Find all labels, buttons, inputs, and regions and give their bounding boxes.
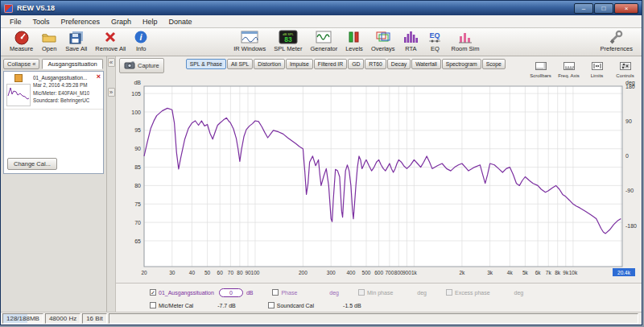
phase-checkbox[interactable] (272, 289, 279, 296)
svg-text:3k: 3k (487, 270, 493, 275)
save-all-button[interactable]: Save All (61, 29, 91, 52)
bit-depth-status: 16 Bit (82, 313, 106, 324)
soundcard-cal-value: -1.5 dB (343, 303, 361, 308)
camera-icon (124, 60, 135, 71)
delete-measurement-icon[interactable]: × (97, 73, 101, 81)
maximize-button[interactable]: □ (594, 3, 613, 14)
open-button[interactable]: Open (37, 29, 61, 52)
preferences-button[interactable]: Preferences (597, 29, 637, 52)
save-disk-icon (68, 29, 85, 45)
overlays-icon (375, 29, 391, 45)
room-sim-button[interactable]: Room Sim (447, 29, 483, 52)
trace-offset-input[interactable]: 0 (219, 288, 243, 297)
levels-button[interactable]: Levels (341, 29, 367, 52)
svg-text:80: 80 (134, 183, 141, 188)
measurement-date: Mar 2, 2016 4:35:28 PM (33, 81, 89, 89)
menu-help[interactable]: Help (137, 17, 163, 27)
spl-phase-plot[interactable]: 6570758085909510010520304050607080901002… (117, 78, 642, 279)
soundcard-cal-checkbox[interactable] (268, 302, 275, 308)
svg-text:600: 600 (374, 270, 383, 275)
svg-text:105: 105 (131, 91, 141, 97)
spl-meter-button[interactable]: dB SPL83 SPL Meter (270, 29, 306, 52)
measurement-item[interactable]: 01_Ausgangssituation... Mar 2, 2016 4:35… (4, 72, 103, 110)
svg-text:-180: -180 (625, 223, 637, 229)
svg-text:90: 90 (134, 146, 141, 151)
splitter-expand-icon[interactable]: » (108, 88, 115, 97)
tab-waterfall[interactable]: Waterfall (411, 59, 441, 69)
menu-tools[interactable]: Tools (27, 17, 56, 27)
titlebar: REW V5.18 – □ × (1, 1, 642, 15)
svg-text:300: 300 (327, 270, 336, 275)
overlays-button[interactable]: Overlays (367, 29, 399, 52)
measure-label: Measure (10, 45, 33, 52)
app-window: REW V5.18 – □ × File Tools Preferences G… (0, 0, 642, 325)
excess-phase-checkbox[interactable] (446, 289, 452, 296)
minimize-button[interactable]: – (574, 3, 593, 14)
svg-text:65: 65 (134, 238, 141, 244)
min-phase-checkbox[interactable] (358, 289, 365, 296)
splitter-collapse-icon[interactable]: « (108, 58, 115, 67)
svg-text:6k: 6k (535, 270, 542, 275)
svg-text:1k: 1k (411, 270, 418, 275)
tab-scope[interactable]: Scope (482, 59, 506, 69)
tab-all-spl[interactable]: All SPL (227, 59, 253, 69)
toolbar: Measure Open Save All Remove All (1, 28, 642, 56)
trace-name: 01_Ausgangssituation (159, 290, 214, 296)
wrench-icon (609, 29, 625, 45)
ir-windows-button[interactable]: IR Windows (229, 29, 270, 52)
measurement-group-tab[interactable]: Ausgangssituation (42, 59, 102, 69)
capture-button[interactable]: Capture (119, 58, 164, 73)
measure-button[interactable]: Measure (6, 29, 37, 52)
spl-meter-label: SPL Meter (274, 45, 302, 52)
collapse-button[interactable]: Collapse « (3, 59, 39, 69)
phase-label: Phase (281, 290, 297, 296)
measure-icon (14, 29, 30, 45)
generator-icon (316, 29, 332, 45)
notes-icon[interactable] (14, 74, 23, 82)
tab-gd[interactable]: GD (348, 59, 364, 69)
trace-checkbox[interactable]: ✓ (150, 289, 156, 296)
legend-row-cal: Mic/Meter Cal -7.7 dB Soundcard Cal -1.5… (150, 299, 642, 312)
info-icon: i (134, 29, 148, 45)
toolbar-left-group: Measure Open Save All Remove All (6, 29, 152, 52)
freq-axis-button[interactable]: Freq. Axis (555, 58, 582, 79)
mic-cal-checkbox[interactable] (150, 302, 156, 308)
close-button[interactable]: × (614, 3, 638, 14)
svg-text:100: 100 (251, 270, 260, 275)
remove-all-label: Remove All (95, 45, 126, 52)
menu-file[interactable]: File (4, 17, 27, 27)
toolbar-right-group: Preferences (597, 29, 637, 52)
spl-meter-value: 83 (284, 35, 292, 43)
controls-button[interactable]: Controls (612, 58, 638, 79)
remove-all-button[interactable]: Remove All (91, 29, 130, 52)
menu-preferences[interactable]: Preferences (56, 17, 106, 27)
panel-splitter[interactable]: « » (107, 56, 116, 312)
limits-button[interactable]: Limits (584, 58, 610, 79)
svg-text:200: 200 (299, 270, 308, 275)
tab-filtered-ir[interactable]: Filtered IR (314, 59, 347, 69)
svg-text:5k: 5k (522, 270, 529, 275)
rta-button[interactable]: RTA (398, 29, 423, 52)
svg-text:40: 40 (189, 270, 196, 275)
menu-graph[interactable]: Graph (105, 17, 137, 27)
tab-spectrogram[interactable]: Spectrogram (442, 59, 481, 69)
remove-x-icon (103, 29, 118, 45)
tab-distortion[interactable]: Distortion (254, 59, 285, 69)
scrollbars-button[interactable]: Scrollbars (527, 58, 554, 79)
svg-text:dB: dB (134, 80, 141, 85)
tab-spl-phase[interactable]: SPL & Phase (186, 59, 226, 69)
tab-rt60[interactable]: RT60 (365, 59, 386, 69)
overlays-label: Overlays (371, 45, 395, 52)
eq-button[interactable]: EQ EQ (423, 29, 447, 52)
eq-label: EQ (431, 45, 440, 52)
change-cal-button[interactable]: Change Cal... (7, 158, 57, 170)
collapse-label: Collapse (7, 60, 31, 68)
tab-impulse[interactable]: Impulse (286, 59, 313, 69)
spl-meter-icon: dB SPL83 (279, 29, 298, 45)
status-spacer (109, 313, 638, 324)
info-button[interactable]: i Info (130, 29, 152, 52)
menu-donate[interactable]: Donate (163, 17, 198, 27)
generator-button[interactable]: Generator (306, 29, 341, 52)
tab-decay[interactable]: Decay (387, 59, 411, 69)
svg-text:500: 500 (362, 270, 371, 275)
